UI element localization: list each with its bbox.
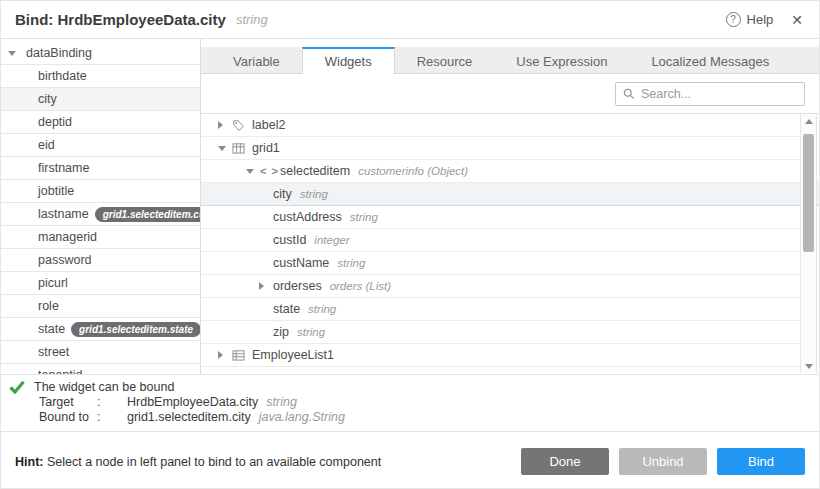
scrollbar-thumb[interactable] bbox=[803, 134, 814, 252]
grid-icon bbox=[232, 142, 252, 154]
bind-button[interactable]: Bind bbox=[717, 448, 805, 475]
tree-node-type: orders (List) bbox=[330, 280, 391, 292]
sidebar-item-label: eid bbox=[38, 138, 55, 152]
search-input[interactable] bbox=[641, 87, 804, 101]
sidebar-item-lastname[interactable]: lastname grid1.selecteditem.custNam bbox=[1, 203, 200, 226]
widgets-tree: label2 grid1 < > selecteditem customerin… bbox=[201, 114, 819, 374]
chevron-down-icon[interactable] bbox=[246, 169, 260, 174]
tree-row-label2[interactable]: label2 bbox=[201, 114, 819, 137]
tree-node-type: string bbox=[337, 257, 365, 269]
tree-node-label: EmployeeList1 bbox=[252, 348, 334, 362]
tree-row-custname[interactable]: custName string bbox=[201, 252, 819, 275]
tree-node-label: custAddress bbox=[273, 210, 342, 224]
tree-node-label: custId bbox=[273, 233, 306, 247]
tab-variable[interactable]: Variable bbox=[211, 47, 302, 73]
object-node-icon: < > bbox=[260, 165, 280, 177]
tree-node-label: grid1 bbox=[252, 141, 280, 155]
sidebar-item-label: password bbox=[38, 253, 92, 267]
sidebar-item-label: managerid bbox=[38, 230, 97, 244]
target-value: HrdbEmployeeData.city bbox=[127, 395, 258, 409]
binding-badge: grid1.selecteditem.custNam bbox=[95, 207, 200, 222]
help-button[interactable]: ? Help bbox=[726, 12, 774, 27]
sidebar-item-birthdate[interactable]: birthdate bbox=[1, 65, 200, 88]
sidebar-item-street[interactable]: street bbox=[1, 341, 200, 364]
tree-row-city[interactable]: city string bbox=[201, 183, 819, 206]
bind-source-panel: Variable Widgets Resource Use Expression… bbox=[201, 39, 819, 374]
tree-row-selecteditem[interactable]: < > selecteditem customerinfo (Object) bbox=[201, 160, 819, 183]
sidebar-item-managerid[interactable]: managerid bbox=[1, 226, 200, 249]
binding-sidebar: dataBinding birthdate city deptid eid fi… bbox=[1, 39, 201, 374]
bind-dialog: Bind: HrdbEmployeeData.city string ? Hel… bbox=[0, 0, 820, 489]
done-button[interactable]: Done bbox=[521, 448, 609, 475]
sidebar-item-picurl[interactable]: picurl bbox=[1, 272, 200, 295]
search-box bbox=[615, 82, 805, 106]
status-target-row: Target : HrdbEmployeeData.city string bbox=[39, 395, 811, 409]
search-row bbox=[201, 74, 819, 114]
tree-node-type: string bbox=[308, 303, 336, 315]
tree-row-state[interactable]: state string bbox=[201, 298, 819, 321]
unbind-button[interactable]: Unbind bbox=[619, 448, 707, 475]
sidebar-item-deptid[interactable]: deptid bbox=[1, 111, 200, 134]
tree-node-label: orderses bbox=[273, 279, 322, 293]
tree-node-type: string bbox=[297, 326, 325, 338]
close-icon[interactable]: ✕ bbox=[791, 12, 803, 28]
chevron-right-icon[interactable] bbox=[259, 282, 273, 290]
sidebar-item-label: birthdate bbox=[38, 69, 87, 83]
tree-row-grid1[interactable]: grid1 bbox=[201, 137, 819, 160]
chevron-down-icon bbox=[8, 51, 16, 56]
chevron-down-icon[interactable] bbox=[218, 146, 232, 151]
status-boundto-row: Bound to : grid1.selecteditem.city java.… bbox=[39, 410, 811, 424]
hint-body: Select a node in left panel to bind to a… bbox=[43, 455, 381, 469]
tree-row-orderses[interactable]: orderses orders (List) bbox=[201, 275, 819, 298]
boundto-label: Bound to bbox=[39, 410, 97, 424]
colon: : bbox=[97, 410, 127, 424]
scroll-down-icon[interactable] bbox=[801, 359, 816, 373]
hint-label: Hint: bbox=[15, 455, 43, 469]
vertical-scrollbar[interactable] bbox=[800, 114, 817, 373]
sidebar-item-tenantid[interactable]: tenantid bbox=[1, 364, 200, 374]
boundto-type: java.lang.String bbox=[259, 410, 345, 424]
target-type: string bbox=[266, 395, 297, 409]
tree-row-custaddress[interactable]: custAddress string bbox=[201, 206, 819, 229]
sidebar-item-jobtitle[interactable]: jobtitle bbox=[1, 180, 200, 203]
sidebar-item-city[interactable]: city bbox=[1, 88, 200, 111]
hint-text: Hint: Select a node in left panel to bin… bbox=[15, 455, 381, 469]
tab-bar: Variable Widgets Resource Use Expression… bbox=[201, 47, 819, 74]
tree-node-type: integer bbox=[314, 234, 349, 246]
dialog-footer: Hint: Select a node in left panel to bin… bbox=[1, 433, 819, 489]
sidebar-item-databinding[interactable]: dataBinding bbox=[1, 42, 200, 65]
dialog-title-type: string bbox=[236, 12, 268, 27]
search-icon bbox=[623, 88, 635, 100]
tree-row-zip[interactable]: zip string bbox=[201, 321, 819, 344]
sidebar-item-password[interactable]: password bbox=[1, 249, 200, 272]
sidebar-item-label: picurl bbox=[38, 276, 68, 290]
sidebar-item-eid[interactable]: eid bbox=[1, 134, 200, 157]
tree-row-employeelist1[interactable]: EmployeeList1 bbox=[201, 344, 819, 367]
target-label: Target bbox=[39, 395, 97, 409]
check-icon bbox=[9, 380, 25, 394]
dialog-body: dataBinding birthdate city deptid eid fi… bbox=[1, 39, 819, 374]
colon: : bbox=[97, 395, 127, 409]
tree-node-label: zip bbox=[273, 325, 289, 339]
tree-node-label: state bbox=[273, 302, 300, 316]
sidebar-item-role[interactable]: role bbox=[1, 295, 200, 318]
tab-widgets[interactable]: Widgets bbox=[302, 47, 395, 74]
tab-use-expression[interactable]: Use Expression bbox=[494, 47, 629, 73]
sidebar-item-label: city bbox=[38, 92, 57, 106]
sidebar-item-label: firstname bbox=[38, 161, 89, 175]
help-label: Help bbox=[747, 12, 774, 27]
sidebar-item-state[interactable]: state grid1.selecteditem.state bbox=[1, 318, 200, 341]
binding-status: The widget can be bound Target : HrdbEmp… bbox=[1, 374, 819, 432]
sidebar-item-label: state bbox=[38, 322, 65, 336]
chevron-right-icon[interactable] bbox=[218, 351, 232, 359]
tab-resource[interactable]: Resource bbox=[395, 47, 495, 73]
scroll-up-icon[interactable] bbox=[801, 114, 816, 128]
tree-node-label: selecteditem bbox=[280, 164, 350, 178]
sidebar-item-label: role bbox=[38, 299, 59, 313]
status-message: The widget can be bound bbox=[34, 380, 174, 394]
chevron-right-icon[interactable] bbox=[218, 121, 232, 129]
tab-localized-messages[interactable]: Localized Messages bbox=[629, 47, 791, 73]
tree-row-custid[interactable]: custId integer bbox=[201, 229, 819, 252]
tree-node-type: string bbox=[300, 188, 328, 200]
sidebar-item-firstname[interactable]: firstname bbox=[1, 157, 200, 180]
